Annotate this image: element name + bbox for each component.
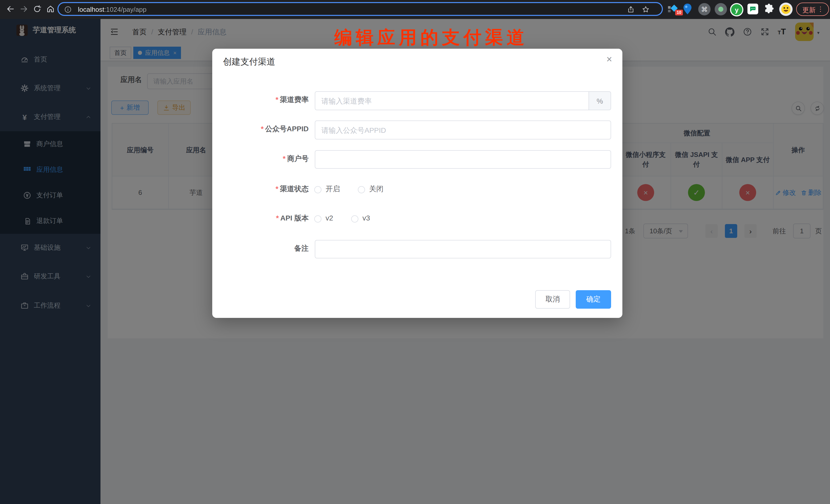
app-window: 芋道管理系统 首页 系统管理 ¥ 支付管理	[0, 19, 830, 504]
status-on-label[interactable]: 开启	[325, 185, 340, 194]
extensions-puzzle-icon[interactable]	[763, 3, 775, 14]
bookmark-star-icon[interactable]	[642, 6, 649, 13]
extension-chat-icon[interactable]	[747, 4, 758, 14]
chrome-update-button[interactable]: 更新 ⋮	[796, 3, 829, 16]
rate-suffix: %	[589, 91, 611, 110]
annotation-text: 编辑应用的支付渠道	[334, 26, 528, 50]
forward-icon[interactable]	[20, 5, 28, 13]
create-pay-channel-dialog: 创建支付渠道 × *渠道费率 % *公众号APPID *商户号 *渠道状态 开启…	[212, 49, 622, 318]
extension-recorder-icon[interactable]	[715, 3, 727, 15]
url-path: :1024/pay/app	[104, 6, 147, 13]
cancel-button[interactable]: 取消	[535, 290, 570, 309]
appid-label: *公众号APPID	[212, 125, 309, 134]
url-text[interactable]: localhost:1024/pay/app	[78, 6, 147, 13]
rate-label: *渠道费率	[212, 95, 309, 104]
address-bar[interactable]: localhost:1024/pay/app	[57, 2, 663, 16]
rate-input[interactable]	[315, 91, 589, 110]
extension-balloon-icon[interactable]	[682, 3, 693, 15]
browser-toolbar: localhost:1024/pay/app 10 ⌘ y	[0, 0, 830, 19]
api-version-label: *API 版本	[212, 214, 309, 223]
screen: localhost:1024/pay/app 10 ⌘ y	[0, 0, 830, 504]
reload-icon[interactable]	[33, 5, 41, 13]
profile-avatar-emoji[interactable]	[779, 3, 793, 16]
merchant-label: *商户号	[212, 154, 309, 163]
home-icon[interactable]	[46, 5, 55, 13]
status-label: *渠道状态	[212, 185, 309, 194]
chrome-menu-icon[interactable]: ⋮	[817, 5, 824, 13]
status-on-radio[interactable]	[314, 186, 321, 193]
api-v3-radio[interactable]	[351, 215, 358, 222]
status-off-label[interactable]: 关闭	[369, 185, 383, 194]
api-v3-label[interactable]: v3	[362, 214, 370, 222]
share-icon[interactable]	[627, 6, 635, 13]
merchant-input[interactable]	[315, 150, 611, 169]
dialog-title: 创建支付渠道	[223, 56, 275, 68]
close-icon[interactable]: ×	[606, 54, 612, 65]
site-info-icon[interactable]	[64, 6, 72, 13]
extension-y-icon[interactable]: y	[730, 3, 743, 17]
status-off-radio[interactable]	[358, 186, 365, 193]
appid-input[interactable]	[315, 121, 611, 139]
extension-command-icon[interactable]: ⌘	[698, 3, 710, 15]
remark-input[interactable]	[315, 240, 611, 258]
remark-label: 备注	[212, 244, 309, 253]
api-v2-label[interactable]: v2	[325, 214, 333, 222]
back-icon[interactable]	[6, 5, 15, 13]
confirm-button[interactable]: 确定	[576, 290, 611, 309]
url-host: localhost	[78, 6, 104, 13]
api-v2-radio[interactable]	[314, 215, 321, 222]
